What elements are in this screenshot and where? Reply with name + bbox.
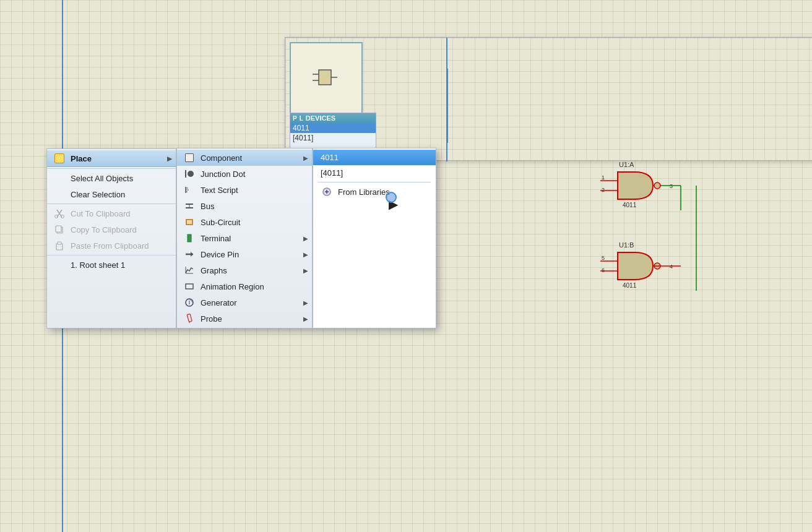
menu-graphs[interactable]: Graphs xyxy=(177,262,312,278)
menu-terminal[interactable]: Terminal xyxy=(177,230,312,246)
device-pin-icon xyxy=(183,249,196,259)
menu-bus[interactable]: Bus xyxy=(177,198,312,214)
menu-generator[interactable]: Generator xyxy=(177,294,312,311)
comp-4011b-label: [4011] xyxy=(321,168,343,178)
svg-text:6: 6 xyxy=(602,267,605,273)
device-item-4011b[interactable]: [4011] xyxy=(290,133,376,143)
svg-text:U1:B: U1:B xyxy=(619,241,634,249)
vline-back2 xyxy=(446,69,448,143)
menu-junction-label: Junction Dot xyxy=(201,169,245,179)
device-panel-title: DEVICES xyxy=(306,114,335,122)
menu-place-item[interactable]: Place xyxy=(47,150,176,167)
menu-subcircuit-label: Sub-Circuit xyxy=(201,218,240,227)
animation-icon xyxy=(183,281,196,291)
menu-terminal-label: Terminal xyxy=(201,234,231,243)
gate-u1b: U1:B 5 6 4 4011 xyxy=(600,241,687,305)
menu-place-label: Place xyxy=(71,154,92,163)
svg-text:3: 3 xyxy=(670,183,673,189)
bus-icon xyxy=(183,201,196,211)
separator-1 xyxy=(47,168,176,169)
menu-subcircuit[interactable]: Sub-Circuit xyxy=(177,214,312,230)
svg-marker-41 xyxy=(191,252,193,257)
menu-cut-label: Cut To Clipboard xyxy=(71,209,131,218)
menu-comp-4011b[interactable]: [4011] xyxy=(313,165,436,181)
from-libraries-label: From Libraries xyxy=(338,187,390,197)
menu-generator-label: Generator xyxy=(201,298,237,307)
svg-text:1: 1 xyxy=(602,174,605,181)
menu-component-submenu: 4011 [4011] From Libraries xyxy=(313,148,436,328)
menu-probe[interactable]: Probe xyxy=(177,311,312,327)
svg-rect-28 xyxy=(56,226,61,232)
menu-copy-label: Copy To Clipboard xyxy=(71,225,137,234)
preview-symbol xyxy=(309,65,340,98)
svg-rect-38 xyxy=(186,220,192,225)
svg-text:5: 5 xyxy=(602,255,605,261)
menu-select-all[interactable]: Select All Objects xyxy=(47,170,176,186)
cut-icon xyxy=(53,208,66,218)
svg-rect-47 xyxy=(187,314,192,322)
menu-device-pin-label: Device Pin xyxy=(201,250,239,259)
menu-select-all-label: Select All Objects xyxy=(71,174,133,183)
place-icon-shape xyxy=(54,153,64,163)
menu-root-sheet-label: 1. Root sheet 1 xyxy=(71,260,125,270)
device-item-4011[interactable]: 4011 xyxy=(290,123,376,133)
menu-junction[interactable]: Junction Dot xyxy=(177,166,312,182)
menu-clear-selection[interactable]: Clear Selection xyxy=(47,186,176,202)
probe-icon xyxy=(183,314,196,324)
menu-bus-label: Bus xyxy=(201,202,214,211)
copy-icon xyxy=(53,225,66,234)
separator-3 xyxy=(47,255,176,255)
menu-animation[interactable]: Animation Region xyxy=(177,278,312,294)
gate-connection xyxy=(681,186,712,293)
svg-rect-30 xyxy=(58,242,61,244)
menu-device-pin[interactable]: Device Pin xyxy=(177,246,312,262)
text-icon xyxy=(183,185,196,195)
svg-point-8 xyxy=(654,182,660,189)
menu-probe-label: Probe xyxy=(201,314,222,324)
menu-left-panel: Place Select All Objects Clear Selection… xyxy=(46,148,176,328)
clear-sel-icon xyxy=(53,189,66,199)
menu-component-label: Component xyxy=(201,153,242,163)
context-menu-area: Place Select All Objects Clear Selection… xyxy=(46,148,436,328)
comp-4011-label: 4011 xyxy=(321,153,339,162)
menu-paste-label: Paste From Clipboard xyxy=(71,241,149,251)
gate-u1a: U1:A 1 2 3 4011 xyxy=(600,161,687,218)
menu-clear-sel-label: Clear Selection xyxy=(71,190,125,199)
svg-text:2: 2 xyxy=(602,187,605,193)
menu-root-sheet[interactable]: 1. Root sheet 1 xyxy=(47,257,176,273)
menu-copy[interactable]: Copy To Clipboard xyxy=(47,221,176,238)
component-icon xyxy=(183,153,196,163)
device-panel-header: P L DEVICES xyxy=(290,113,376,123)
svg-rect-2 xyxy=(319,70,331,85)
menu-text-label: Text Script xyxy=(201,186,238,195)
junction-icon xyxy=(183,169,196,179)
subcircuit-icon xyxy=(183,217,196,227)
paste-icon xyxy=(53,241,66,251)
svg-text:U1:A: U1:A xyxy=(619,161,634,168)
menu-place-submenu: Component Junction Dot Text Script xyxy=(176,148,313,328)
graphs-icon xyxy=(183,265,196,275)
junction-dot-shape xyxy=(188,171,194,177)
preview-box xyxy=(290,42,363,116)
svg-rect-44 xyxy=(186,284,193,289)
root-sheet-icon xyxy=(53,260,66,270)
select-all-icon xyxy=(53,173,66,183)
menu-component[interactable]: Component xyxy=(177,150,312,166)
generator-icon xyxy=(183,298,196,307)
menu-graphs-label: Graphs xyxy=(201,266,227,275)
separator-2 xyxy=(47,204,176,204)
comp-separator xyxy=(318,182,431,182)
component-icon-shape xyxy=(185,153,194,162)
menu-from-libraries[interactable]: From Libraries xyxy=(313,184,436,200)
menu-comp-4011[interactable]: 4011 xyxy=(313,150,436,165)
svg-text:4: 4 xyxy=(670,264,673,270)
menu-paste[interactable]: Paste From Clipboard xyxy=(47,238,176,254)
menu-cut[interactable]: Cut To Clipboard xyxy=(47,205,176,221)
menu-text[interactable]: Text Script xyxy=(177,182,312,198)
device-icon-p: P xyxy=(293,115,297,122)
svg-rect-39 xyxy=(188,234,191,242)
library-icon xyxy=(321,187,333,197)
device-panel: P L DEVICES 4011 [4011] xyxy=(290,113,376,150)
svg-text:4011: 4011 xyxy=(623,202,637,208)
device-icon-l: L xyxy=(300,115,303,122)
